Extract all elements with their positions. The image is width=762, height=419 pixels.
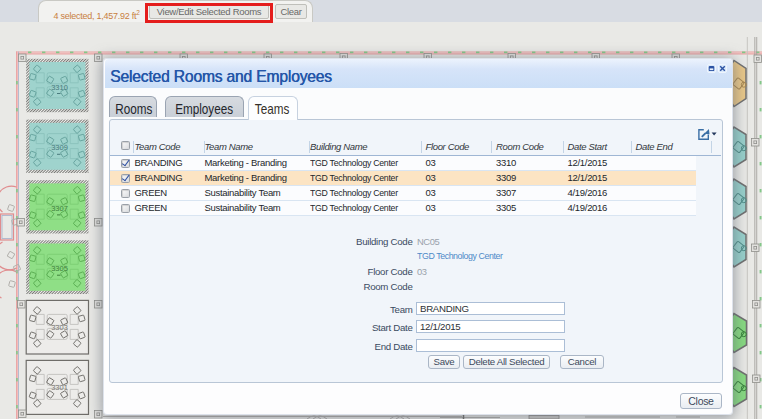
svg-text:3309: 3309	[51, 143, 68, 152]
svg-text:3303: 3303	[51, 323, 68, 332]
svg-text:3305: 3305	[51, 264, 68, 273]
svg-text:3301: 3301	[51, 383, 68, 392]
svg-text:3310: 3310	[51, 83, 68, 92]
svg-text:3307: 3307	[51, 204, 68, 213]
